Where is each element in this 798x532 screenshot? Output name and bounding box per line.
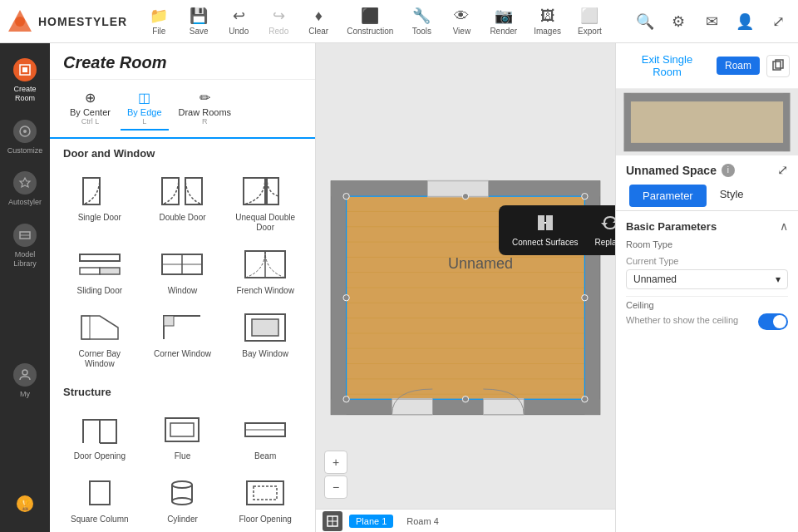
create-room-panel: Create Room ⊕ By Center Ctrl L ◫ By Edge… — [50, 43, 316, 532]
toolbar-tools[interactable]: 🔧 Tools — [403, 3, 440, 39]
settings-icon[interactable]: ⚙ — [665, 8, 692, 35]
grid-item-beam[interactable]: Beam — [225, 406, 305, 466]
tab-plane-1[interactable]: Plane 1 — [349, 515, 393, 528]
window-icon — [157, 246, 207, 283]
right-tabs: Parameter Style — [616, 181, 798, 211]
square-column-icon — [75, 475, 125, 511]
roam-btn[interactable]: Roam — [717, 57, 760, 75]
sidebar-item-autostyler[interactable]: Autostyler — [0, 163, 50, 215]
toolbar-right: 🔍 ⚙ ✉ 👤 ⤢ — [632, 8, 791, 35]
sidebar-item-customize[interactable]: Customize — [0, 111, 50, 164]
floor-opening-label: Floor Opening — [239, 515, 291, 525]
single-door-icon — [75, 173, 125, 209]
svg-rect-18 — [80, 268, 100, 274]
svg-rect-39 — [254, 486, 277, 500]
exit-single-room-btn[interactable]: Exit Single Room — [624, 50, 710, 81]
profile-icon[interactable]: 👤 — [732, 8, 758, 35]
grid-item-window[interactable]: Window — [143, 241, 223, 301]
collapse-section-icon[interactable]: ∧ — [780, 219, 788, 233]
toolbar-save[interactable]: 💾 Save — [180, 3, 217, 39]
grid-item-corner-window[interactable]: Corner Window — [143, 304, 223, 374]
structure-section-title: Structure — [50, 377, 315, 403]
unequal-double-door-label: Unequal Double Door — [229, 213, 302, 233]
corner-window-label: Corner Window — [154, 349, 211, 359]
toolbar-redo[interactable]: ↪ Redo — [260, 3, 297, 39]
toolbar-clear[interactable]: ♦ Clear — [300, 4, 337, 39]
current-type-select[interactable]: Unnamed ▾ — [626, 269, 788, 289]
toolbar-construction[interactable]: ⬛ Construction — [340, 3, 400, 39]
ctx-replace-label: Replace — [595, 238, 616, 247]
nav-create-room-label: Create Room — [3, 85, 47, 103]
svg-rect-94 — [624, 93, 790, 151]
svg-rect-19 — [100, 268, 120, 274]
nav-customize-label: Customize — [7, 146, 43, 155]
nav-badge[interactable]: 🏆 — [12, 485, 38, 522]
tab-parameter[interactable]: Parameter — [629, 185, 707, 207]
bay-window-icon — [240, 309, 290, 346]
grid-item-single-door[interactable]: Single Door — [60, 168, 140, 238]
toolbar-view[interactable]: 👁 View — [443, 4, 480, 39]
grid-item-square-column[interactable]: Square Column — [60, 470, 140, 530]
tab-roam-4[interactable]: Roam 4 — [400, 515, 446, 528]
svg-point-37 — [172, 498, 192, 505]
construction-label: Construction — [347, 27, 393, 36]
sidebar-item-create-room[interactable]: Create Room — [0, 50, 50, 111]
floor-plan-view-btn[interactable] — [323, 511, 342, 531]
svg-marker-78 — [601, 223, 608, 226]
tab-style[interactable]: Style — [710, 181, 754, 210]
info-icon[interactable]: i — [722, 164, 735, 177]
grid-item-door-opening[interactable]: Door Opening — [60, 406, 140, 466]
toolbar-file[interactable]: 📁 File — [140, 3, 177, 39]
search-icon[interactable]: 🔍 — [632, 8, 658, 35]
zoom-out-btn[interactable]: − — [324, 475, 347, 499]
room-mode-by-center[interactable]: ⊕ By Center Ctrl L — [63, 86, 117, 131]
svg-rect-16 — [267, 178, 278, 204]
grid-item-bay-window[interactable]: Bay Window — [225, 304, 305, 374]
svg-text:🏆: 🏆 — [19, 498, 32, 510]
ctx-replace[interactable]: Replace — [589, 210, 616, 250]
sliding-door-label: Sliding Door — [77, 286, 122, 296]
svg-point-68 — [343, 397, 349, 402]
sidebar-item-model-library[interactable]: Model Library — [0, 215, 50, 277]
fullscreen-icon[interactable]: ⤢ — [765, 8, 791, 35]
toolbar-render[interactable]: 📷 Render — [483, 3, 524, 39]
cylinder-icon — [157, 475, 207, 511]
room-mode-by-edge[interactable]: ◫ By Edge L — [121, 86, 169, 131]
svg-point-71 — [462, 397, 468, 402]
ceiling-toggle[interactable] — [758, 313, 788, 330]
mail-icon[interactable]: ✉ — [698, 8, 725, 35]
room-preview — [616, 89, 798, 155]
my-icon — [13, 363, 37, 387]
ceiling-row: Ceiling Whether to show the ceiling — [626, 300, 788, 330]
grid-item-flue[interactable]: Flue — [143, 406, 223, 466]
grid-item-sliding-door[interactable]: Sliding Door — [60, 241, 140, 301]
canvas-area[interactable]: Unnamed Connect Surfaces Replace Copy — [316, 43, 615, 532]
grid-item-double-door[interactable]: Double Door — [143, 168, 223, 238]
grid-item-floor-opening[interactable]: Floor Opening — [225, 470, 305, 530]
nav-my-label: My — [20, 390, 30, 399]
undo-icon: ↩ — [233, 7, 245, 25]
expand-icon[interactable]: ⤢ — [777, 162, 788, 178]
view-label: View — [453, 27, 471, 36]
room-type-label: Room Type — [626, 239, 788, 249]
grid-item-unequal-double-door[interactable]: Unequal Double Door — [225, 168, 305, 238]
toolbar-export[interactable]: ⬜ Export — [571, 3, 608, 39]
ctx-connect-surfaces[interactable]: Connect Surfaces — [505, 210, 585, 250]
svg-point-70 — [462, 194, 468, 200]
grid-item-cylinder[interactable]: Cylinder — [143, 470, 223, 530]
grid-item-french-window[interactable]: French Window — [225, 241, 305, 301]
replace-icon — [601, 214, 615, 236]
structure-grid: Door Opening Flue — [50, 403, 315, 532]
nav-bottom: 🏆 — [12, 485, 38, 532]
zoom-in-btn[interactable]: + — [324, 451, 347, 474]
grid-item-corner-bay-window[interactable]: Corner Bay Window — [60, 304, 140, 374]
connect-surfaces-icon — [536, 214, 554, 236]
toolbar-undo[interactable]: ↩ Undo — [220, 3, 257, 39]
toolbar-images[interactable]: 🖼 Images — [527, 4, 568, 39]
sidebar-item-my[interactable]: My — [0, 355, 50, 407]
room-type-row: Room Type — [626, 239, 788, 249]
svg-point-34 — [172, 481, 192, 488]
copy-view-btn[interactable] — [766, 55, 790, 77]
room-mode-draw-rooms[interactable]: ✏ Draw Rooms R — [172, 86, 239, 131]
svg-point-72 — [343, 295, 349, 301]
